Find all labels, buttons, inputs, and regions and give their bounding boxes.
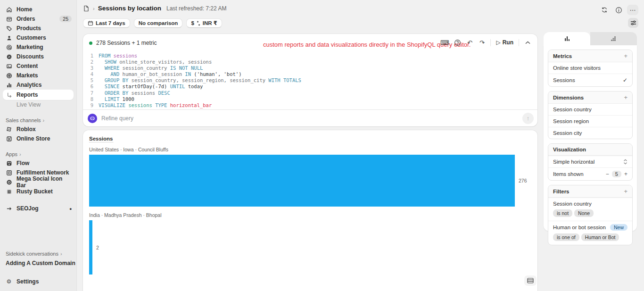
sidebar-item-label: Mega Social Icon Bar	[17, 175, 72, 189]
page-header: › Sessions by location Last refreshed: 7…	[83, 5, 226, 12]
items-shown-value: 5	[612, 171, 621, 177]
items-shown-row: Items shown − 5 +	[548, 167, 632, 180]
sidebar-item-seojog[interactable]: SEOJog•	[0, 204, 76, 213]
decrement-icon[interactable]: −	[606, 171, 609, 177]
info-button[interactable]	[613, 5, 624, 15]
chart-title[interactable]: Sessions	[89, 136, 113, 142]
sidebar-item-products[interactable]: Products	[0, 24, 76, 33]
panel-tabs	[544, 32, 637, 45]
sidebar-item-home[interactable]: Home	[0, 5, 76, 14]
markets-icon	[6, 72, 12, 79]
tab-visualization-settings[interactable]	[544, 32, 590, 45]
sidebar-item-reports[interactable]: Reports	[3, 90, 74, 100]
code-line[interactable]: 7 ORDER BY sessions DESC	[83, 90, 537, 96]
sidebar-item-customers[interactable]: Customers	[0, 33, 76, 42]
bar-value-label: 276	[519, 178, 527, 183]
chart-type-select[interactable]: Simple horizontal	[548, 156, 632, 167]
code-line[interactable]: 4 AND human_or_bot_session IN ('human', …	[83, 71, 537, 77]
query-status-row: 278 Sessions + 1 metric	[89, 40, 157, 46]
sidebar-item-mega-social-icon-bar[interactable]: Mega Social Icon Bar	[0, 177, 76, 187]
code-line[interactable]: 9VISUALIZE sessions TYPE horizontal_bar	[83, 102, 537, 108]
sidebar-item-content[interactable]: Content	[0, 61, 76, 71]
filter-row[interactable]: Session countryis notNone	[548, 198, 632, 221]
add-metric-icon[interactable]: +	[624, 53, 627, 59]
currency-pill[interactable]: $ INR ₹	[186, 18, 222, 28]
refresh-button[interactable]	[599, 5, 610, 15]
code-line[interactable]: 3 WHERE session_country IS NOT NULL	[83, 65, 537, 71]
sidekick-conversations-header[interactable]: Sidekick conversations ›	[0, 249, 76, 258]
sidebar-item-discounts[interactable]: Discounts	[0, 52, 76, 61]
add-filter-icon[interactable]: +	[624, 188, 627, 194]
toolbar-divider	[519, 39, 519, 46]
collapse-editor-icon[interactable]	[522, 38, 533, 47]
more-actions-button[interactable]: ⋯	[627, 5, 638, 15]
metric-label: Online store visitors	[553, 65, 601, 71]
filter-row[interactable]: Human or bot sessionNewis one ofHuman or…	[548, 221, 632, 245]
code-line[interactable]: 5 GROUP BY session_country, session_regi…	[83, 77, 537, 83]
sidebar-item-label: Orders	[17, 16, 35, 22]
report-doc-icon	[83, 5, 90, 12]
code-line[interactable]: 6 SINCE startOfDay(-7d) UNTIL today	[83, 83, 537, 90]
sidebar-item-flow[interactable]: Flow	[0, 158, 76, 168]
analytics-icon	[6, 82, 12, 88]
metric-row[interactable]: Sessions✓	[548, 74, 632, 86]
line-number: 3	[83, 65, 93, 71]
apps-header[interactable]: Apps ›	[0, 150, 76, 158]
sales-channels-header[interactable]: Sales channels ›	[0, 116, 76, 125]
dimension-row[interactable]: Session region	[548, 115, 632, 127]
panel-toggle-button[interactable]	[628, 18, 638, 28]
dimension-row[interactable]: Session city	[548, 127, 632, 139]
sidebar-item-live-view[interactable]: Live View	[0, 100, 76, 109]
sales-channels-list: RobloxOnline Store	[0, 125, 76, 143]
gear-icon: ⚙	[6, 278, 12, 285]
tab-pivot-table[interactable]	[590, 32, 637, 45]
keyboard-shortcuts-icon[interactable]: ⌨	[439, 38, 451, 47]
shopifyql-code-editor[interactable]: 1FROM sessions2 SHOW online_store_visito…	[83, 53, 537, 108]
code-line[interactable]: 1FROM sessions	[83, 53, 537, 59]
sidebar-item-orders[interactable]: Orders25	[0, 14, 76, 24]
comparison-pill[interactable]: No comparison	[134, 18, 183, 28]
filters-label: Filters	[553, 189, 570, 194]
refine-query-input[interactable]	[101, 115, 518, 122]
dimensions-label: Dimensions	[553, 95, 584, 100]
sidekick-icon	[88, 114, 97, 123]
sidebar-bottom: Sidekick conversations › Adding A Custom…	[0, 249, 76, 291]
bar-value-label: 2	[96, 245, 99, 250]
status-dot	[89, 42, 92, 45]
code-text: SHOW online_store_visitors, sessions	[99, 59, 212, 65]
conversation-item[interactable]: Adding A Custom Domain To S...	[0, 258, 76, 266]
sidebar-item-roblox[interactable]: Roblox	[0, 125, 76, 134]
visualization-header: Visualization	[548, 144, 632, 156]
run-button[interactable]: ▷ Run	[494, 39, 515, 46]
sidebar-item-online-store[interactable]: Online Store	[0, 134, 76, 143]
help-icon[interactable]	[452, 38, 462, 47]
bar[interactable]	[89, 220, 92, 274]
undo-icon[interactable]: ↶	[464, 38, 475, 47]
filters-header: Filters +	[548, 185, 632, 198]
sidebar-item-label: Discounts	[17, 53, 44, 60]
sidekick-conversations-label: Sidekick conversations	[6, 251, 58, 257]
metric-row[interactable]: Online store visitors	[548, 62, 632, 74]
date-range-pill[interactable]: Last 7 days	[83, 18, 130, 28]
line-number: 6	[83, 83, 93, 90]
sales-channels-label: Sales channels	[6, 117, 41, 123]
sidebar-item-label: Rusty Bucket	[17, 188, 53, 195]
sidebar-item-label: Products	[17, 25, 41, 32]
redo-icon[interactable]: ↷	[477, 38, 487, 47]
submit-query-button[interactable]: ↑	[522, 113, 534, 124]
show-table-button[interactable]	[524, 275, 537, 286]
increment-icon[interactable]: +	[624, 171, 627, 177]
code-line[interactable]: 2 SHOW online_store_visitors, sessions	[83, 59, 537, 65]
code-line[interactable]: 8 LIMIT 1000	[83, 96, 537, 102]
sidebar-item-settings[interactable]: ⚙ Settings	[0, 277, 76, 286]
sidebar-item-marketing[interactable]: Marketing	[0, 42, 76, 52]
sidebar-item-analytics[interactable]: Analytics	[0, 80, 76, 90]
report-settings-panel: Metrics + Online store visitorsSessions✓…	[544, 45, 637, 231]
sidebar-item-markets[interactable]: Markets	[0, 71, 76, 80]
bar[interactable]	[89, 155, 515, 207]
add-dimension-icon[interactable]: +	[624, 94, 627, 100]
run-icon: ▷	[496, 39, 500, 46]
dimension-row[interactable]: Session country	[548, 104, 632, 115]
filter-label: Human or bot session	[553, 224, 606, 230]
check-icon: ✓	[623, 77, 627, 83]
